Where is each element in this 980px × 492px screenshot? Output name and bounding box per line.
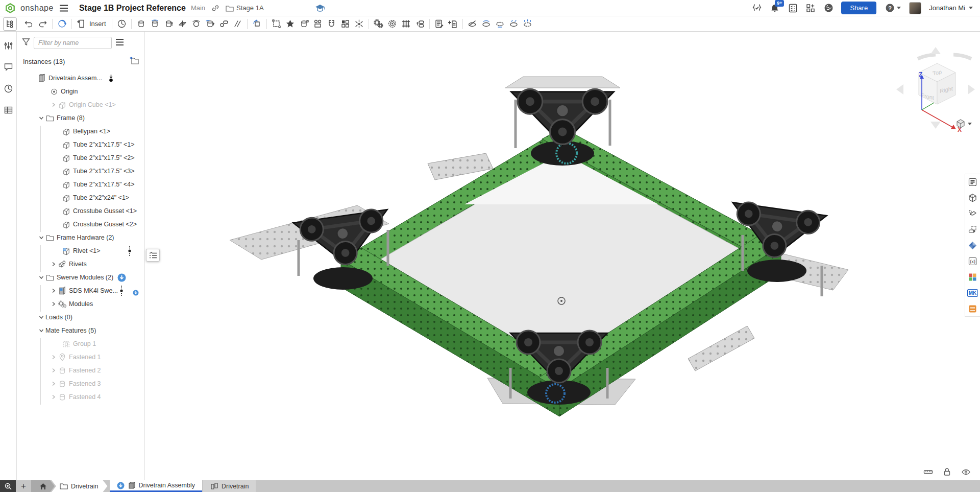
- tree-item-mate-features-5[interactable]: Mate Features (5): [17, 324, 144, 337]
- planar-mate-icon[interactable]: [176, 17, 189, 31]
- part-configuration-icon[interactable]: [967, 208, 978, 219]
- eye-icon[interactable]: [961, 466, 971, 477]
- rotate-view-icon[interactable]: [55, 17, 69, 31]
- bom-cube-icon[interactable]: [967, 192, 978, 203]
- insert-label[interactable]: Insert: [89, 20, 106, 28]
- revolute-mate-icon[interactable]: [148, 17, 162, 31]
- chevron-down-icon[interactable]: [37, 114, 45, 122]
- search-tabs-button[interactable]: [0, 480, 16, 492]
- onshape-logo-icon[interactable]: [5, 3, 15, 13]
- chevron-right-icon[interactable]: [50, 300, 58, 308]
- hide-instance-icon[interactable]: [479, 17, 493, 31]
- share-button[interactable]: Share: [841, 2, 876, 14]
- tree-item-loads-0[interactable]: Loads (0): [17, 311, 144, 324]
- app-diamond-icon[interactable]: [967, 240, 978, 251]
- tree-item-rivet-1[interactable]: Rivet <1>: [17, 244, 144, 257]
- chevron-right-icon[interactable]: [50, 393, 58, 401]
- mate-connector-icon[interactable]: [283, 17, 297, 31]
- comments-icon[interactable]: [3, 61, 14, 73]
- instance-list-panel-icon[interactable]: [967, 176, 978, 188]
- user-menu-caret-icon[interactable]: [969, 7, 973, 9]
- tree-item-drivetrain-assem[interactable]: Drivetrain Assem...: [17, 72, 144, 85]
- tree-item-sds-mk4i-swe[interactable]: SDS MK4i Swe...: [17, 284, 144, 297]
- partstudio-tab[interactable]: Drivetrain: [203, 480, 256, 492]
- replicate-icon[interactable]: [311, 17, 325, 31]
- view-options-button[interactable]: [955, 119, 972, 129]
- mkcad-app-icon[interactable]: MK: [967, 287, 978, 298]
- history-icon[interactable]: [3, 83, 14, 94]
- tree-item-tube-2-x1-x17-5-2[interactable]: Tube 2"x1"x17.5" <2>: [17, 151, 144, 165]
- history-clock-icon[interactable]: [115, 17, 129, 31]
- document-title[interactable]: Stage 1B Project Reference: [79, 4, 186, 13]
- undo-icon[interactable]: [22, 17, 36, 31]
- tree-item-frame-hardware-2[interactable]: Frame Hardware (2): [17, 231, 144, 244]
- gear-relation-icon[interactable]: [385, 17, 399, 31]
- tree-item-group-1[interactable]: Group 1: [17, 337, 144, 350]
- pin-slot-mate-icon[interactable]: [217, 17, 231, 31]
- tree-item-origin-cube-1[interactable]: Origin Cube <1>: [17, 98, 144, 111]
- tree-item-bellypan-1[interactable]: Bellypan <1>: [17, 125, 144, 138]
- tasks-icon[interactable]: [788, 3, 798, 13]
- tree-item-fastened-3[interactable]: Fastened 3: [17, 377, 144, 390]
- download-icon[interactable]: [117, 273, 126, 282]
- tree-item-crosstube-gusset-2[interactable]: Crosstube Gusset <2>: [17, 218, 144, 231]
- group-selection-icon[interactable]: [270, 17, 283, 31]
- filter-by-name-input[interactable]: [34, 37, 112, 49]
- tree-item-fastened-4[interactable]: Fastened 4: [17, 390, 144, 404]
- chevron-down-icon[interactable]: [37, 233, 45, 242]
- linear-pattern-icon[interactable]: [338, 17, 352, 31]
- home-tab[interactable]: [31, 480, 55, 492]
- configurations-icon[interactable]: [3, 40, 14, 51]
- create-drawing-icon[interactable]: [446, 17, 460, 31]
- bom-icon[interactable]: [432, 17, 446, 31]
- cylindrical-mate-icon[interactable]: [203, 17, 217, 31]
- bom-table-icon[interactable]: [3, 104, 14, 115]
- user-avatar[interactable]: [909, 2, 921, 14]
- assembly-tab-active[interactable]: Drivetrain Assembly: [110, 480, 202, 492]
- hamburger-menu-icon[interactable]: [59, 3, 69, 13]
- tree-item-frame-8[interactable]: Frame (8): [17, 111, 144, 125]
- tree-item-tube-2-x1-x17-5-1[interactable]: Tube 2"x1"x17.5" <1>: [17, 138, 144, 151]
- explode-icon[interactable]: [352, 17, 366, 31]
- show-instance-icon[interactable]: [493, 17, 507, 31]
- help-menu[interactable]: ?: [884, 3, 901, 13]
- chevron-down-icon[interactable]: [37, 313, 45, 321]
- tree-item-tube-2-x1-x17-5-4[interactable]: Tube 2"x1"x17.5" <4>: [17, 178, 144, 191]
- redo-icon[interactable]: [36, 17, 50, 31]
- tree-item-tube-2-x1-x17-5-3[interactable]: Tube 2"x1"x17.5" <3>: [17, 165, 144, 178]
- chevron-right-icon[interactable]: [50, 353, 58, 361]
- fastened-mate-icon[interactable]: [134, 17, 148, 31]
- screw-relation-icon[interactable]: [413, 17, 427, 31]
- tree-item-rivets[interactable]: Rivets: [17, 257, 144, 271]
- tree-item-crosstube-gusset-1[interactable]: Crosstube Gusset <1>: [17, 204, 144, 218]
- featurescript-icon[interactable]: (x): [967, 255, 978, 267]
- tree-item-origin[interactable]: Origin: [17, 85, 144, 98]
- padlock-icon[interactable]: [942, 466, 952, 477]
- filter-funnel-icon[interactable]: [22, 38, 30, 48]
- breadcrumb[interactable]: Stage 1A: [226, 4, 264, 12]
- new-tab-button[interactable]: +: [16, 480, 31, 492]
- tree-item-modules[interactable]: Modules: [17, 297, 144, 311]
- chevron-right-icon[interactable]: [50, 380, 58, 388]
- section-view-icon[interactable]: [465, 17, 479, 31]
- chevron-right-icon[interactable]: [50, 287, 58, 295]
- link-icon[interactable]: [210, 3, 220, 13]
- graphics-viewport[interactable]: [145, 32, 980, 480]
- learning-center-icon[interactable]: [315, 3, 325, 13]
- slider-mate-icon[interactable]: [162, 17, 176, 31]
- chevron-right-icon[interactable]: [50, 101, 58, 109]
- transform-icon[interactable]: [250, 17, 264, 31]
- user-name[interactable]: Jonathan Mi: [929, 4, 965, 12]
- sheet-app-icon[interactable]: [967, 303, 978, 314]
- ball-mate-icon[interactable]: [189, 17, 203, 31]
- featurescript-notices-icon[interactable]: [752, 3, 762, 13]
- tree-flyout-button[interactable]: [146, 249, 160, 262]
- folder-breadcrumb-tab[interactable]: Drivetrain: [52, 480, 108, 492]
- app-store-icon[interactable]: [805, 3, 816, 13]
- snap-mode-icon[interactable]: [325, 17, 338, 31]
- mate-relations-icon[interactable]: [372, 17, 385, 31]
- transparency-icon[interactable]: [507, 17, 521, 31]
- tree-item-fastened-1[interactable]: Fastened 1: [17, 350, 144, 364]
- create-folder-icon[interactable]: [129, 56, 139, 66]
- chevron-right-icon[interactable]: [50, 260, 58, 268]
